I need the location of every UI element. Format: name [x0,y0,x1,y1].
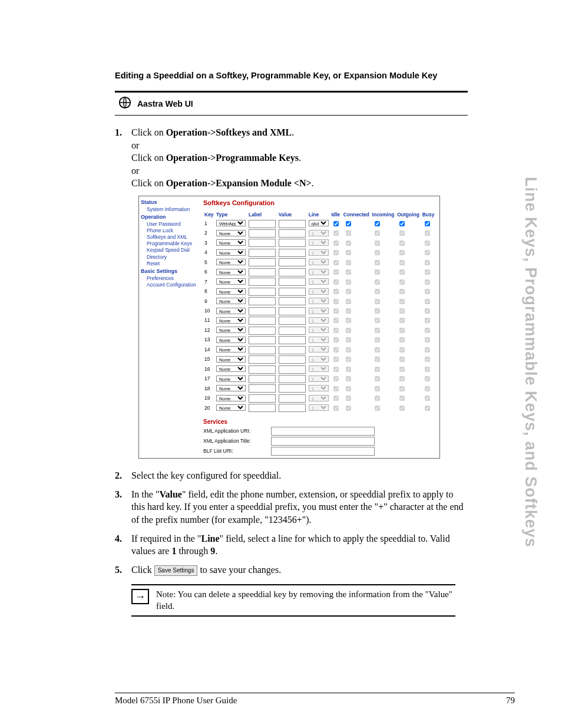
type-select[interactable]: None [216,375,246,382]
state-checkbox[interactable] [333,230,339,236]
line-select[interactable]: 1 [309,249,329,256]
state-checkbox[interactable] [346,396,351,401]
type-select[interactable]: WebApps [216,220,246,226]
label-input[interactable] [249,365,276,374]
type-select[interactable]: None [216,288,246,295]
value-input[interactable] [279,278,306,286]
state-checkbox[interactable] [425,367,430,372]
line-select[interactable]: 1 [309,404,329,411]
state-checkbox[interactable] [425,260,430,265]
nav-item[interactable]: Directory [147,254,200,261]
label-input[interactable] [249,384,276,393]
type-select[interactable]: None [216,269,246,275]
state-checkbox[interactable] [399,347,405,353]
state-checkbox[interactable] [375,357,380,362]
state-checkbox[interactable] [333,337,339,342]
label-input[interactable] [249,297,276,305]
line-select[interactable]: 1 [309,239,329,246]
state-checkbox[interactable] [399,260,405,265]
value-input[interactable] [279,365,306,374]
value-input[interactable] [279,394,306,403]
value-input[interactable] [279,307,306,315]
value-input[interactable] [279,229,306,238]
label-input[interactable] [249,220,276,228]
label-input[interactable] [249,288,276,296]
state-checkbox[interactable] [346,376,351,381]
type-select[interactable]: None [216,346,246,353]
state-checkbox[interactable] [333,328,339,333]
state-checkbox[interactable] [346,347,351,353]
type-select[interactable]: None [216,337,246,343]
state-checkbox[interactable] [375,241,380,246]
label-input[interactable] [249,375,276,383]
state-checkbox[interactable] [333,357,339,362]
nav-sysinfo[interactable]: System Information [147,206,200,213]
value-input[interactable] [279,375,306,383]
line-select[interactable]: 1 [309,298,329,304]
state-checkbox[interactable] [346,328,351,333]
nav-item[interactable]: Phone Lock [147,228,200,234]
state-checkbox[interactable] [425,318,430,323]
label-input[interactable] [249,317,276,325]
type-select[interactable]: None [216,385,246,391]
label-input[interactable] [249,258,276,266]
nav-item[interactable]: Keypad Speed Dial [147,247,200,253]
state-checkbox[interactable] [333,308,339,314]
state-checkbox[interactable] [346,279,351,285]
state-checkbox[interactable] [399,241,405,246]
state-checkbox[interactable] [333,250,339,255]
state-checkbox[interactable] [425,386,430,391]
line-select[interactable]: 1 [309,395,329,401]
state-checkbox[interactable] [333,260,339,265]
type-select[interactable]: None [216,327,246,333]
type-select[interactable]: None [216,395,246,401]
value-input[interactable] [279,384,306,393]
state-checkbox[interactable] [399,396,405,401]
state-checkbox[interactable] [333,241,339,246]
value-input[interactable] [279,317,306,325]
state-checkbox[interactable] [333,318,339,323]
value-input[interactable] [279,258,306,266]
state-checkbox[interactable] [375,250,380,255]
state-checkbox[interactable] [346,250,351,255]
line-select[interactable]: 1 [309,337,329,343]
state-checkbox[interactable] [425,289,430,294]
type-select[interactable]: None [216,259,246,265]
label-input[interactable] [249,355,276,364]
state-checkbox[interactable] [333,269,339,275]
state-checkbox[interactable] [399,250,405,255]
type-select[interactable]: None [216,239,246,246]
value-input[interactable] [279,355,306,364]
state-checkbox[interactable] [346,308,351,314]
value-input[interactable] [279,327,306,335]
state-checkbox[interactable] [346,367,351,372]
label-input[interactable] [249,249,276,257]
state-checkbox[interactable] [375,386,380,391]
nav-item[interactable]: Reset [147,261,200,267]
state-checkbox[interactable] [399,230,405,236]
state-checkbox[interactable] [399,386,405,391]
state-checkbox[interactable] [425,308,430,314]
line-select[interactable]: 1 [309,346,329,353]
save-settings-button[interactable]: Save Settings [154,565,198,576]
line-select[interactable]: 1 [309,356,329,363]
state-checkbox[interactable] [346,230,351,236]
state-checkbox[interactable] [425,337,430,342]
value-input[interactable] [279,268,306,276]
value-input[interactable] [279,249,306,257]
label-input[interactable] [249,307,276,315]
service-input[interactable] [271,437,375,446]
state-checkbox[interactable] [375,328,380,333]
state-checkbox[interactable] [375,308,380,314]
state-checkbox[interactable] [346,241,351,246]
label-input[interactable] [249,327,276,335]
value-input[interactable] [279,288,306,296]
state-checkbox[interactable] [375,337,380,342]
type-select[interactable]: None [216,278,246,285]
value-input[interactable] [279,404,306,412]
state-checkbox[interactable] [375,289,380,294]
label-input[interactable] [249,278,276,286]
type-select[interactable]: None [216,404,246,411]
line-select[interactable]: 1 [309,288,329,295]
nav-item[interactable]: Softkeys and XML [147,234,200,241]
